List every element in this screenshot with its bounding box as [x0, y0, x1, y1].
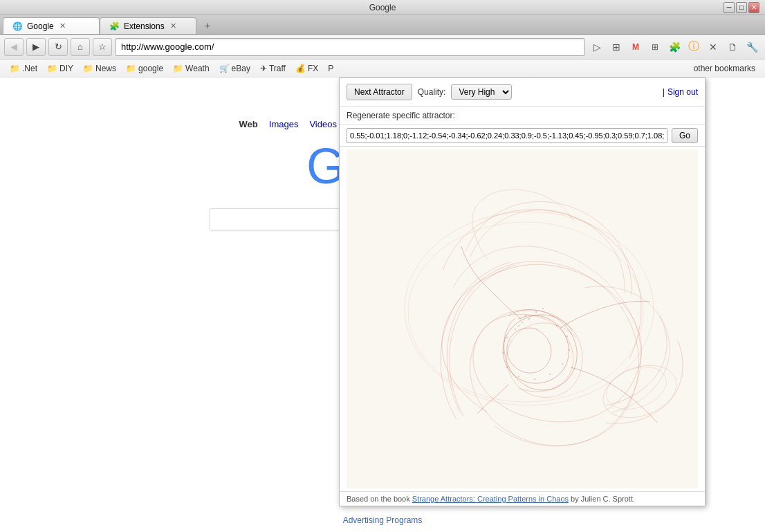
bookmark-ebay-icon: 🛒: [219, 64, 230, 73]
svg-point-10: [542, 308, 544, 309]
back-button[interactable]: ◀: [4, 38, 24, 56]
attractor-svg: [347, 149, 698, 488]
footer-text-after: by Julien C. Sprott.: [571, 495, 635, 503]
tab-extensions-close[interactable]: ✕: [169, 21, 178, 31]
attractor-input-row: Go: [340, 125, 705, 147]
close-button[interactable]: ✕: [748, 2, 759, 13]
bookmark-diy-icon: 📁: [47, 64, 57, 73]
bookmark-ebay-label: eBay: [232, 64, 250, 73]
separator: |: [663, 87, 665, 97]
svg-point-14: [562, 363, 563, 365]
quality-select[interactable]: Low Medium High Very High Ultra High: [451, 84, 512, 100]
svg-rect-0: [349, 149, 695, 488]
minimize-button[interactable]: ─: [723, 2, 735, 13]
toolbar-icons: ▷ ⊞ M ⊞ 🧩 ⓘ ✕ 🗋 🔧: [588, 38, 761, 56]
next-attractor-button[interactable]: Next Attractor: [347, 84, 412, 100]
svg-point-21: [518, 325, 519, 327]
popup-footer: Based on the book Strange Attractors: Cr…: [340, 491, 705, 506]
bookmark-p[interactable]: P: [324, 62, 338, 75]
svg-point-15: [549, 374, 551, 375]
bookmark-weath-label: Weath: [185, 64, 209, 73]
sign-out-area: | Sign out: [663, 87, 698, 97]
new-page-button[interactable]: 🗋: [723, 38, 741, 56]
bookmark-weath-icon: 📁: [173, 64, 183, 73]
nav-images[interactable]: Images: [269, 119, 299, 129]
bookmark-google-icon: 📁: [126, 64, 136, 73]
bookmark-ebay[interactable]: 🛒 eBay: [215, 62, 255, 75]
google-tab-icon: 🌐: [12, 21, 23, 32]
bookmark-news[interactable]: 📁 News: [79, 62, 120, 75]
svg-point-8: [535, 311, 537, 313]
toolbar: ◀ ▶ ↻ ⌂ ☆ ▷ ⊞ M ⊞ 🧩 ⓘ ✕ 🗋 🔧: [0, 35, 765, 59]
toolbar-ext1[interactable]: ⊞: [646, 38, 664, 56]
titlebar-title: Google: [369, 3, 396, 12]
svg-point-16: [534, 378, 535, 380]
home-button[interactable]: ⌂: [71, 38, 90, 56]
svg-point-7: [522, 322, 523, 323]
page-icon[interactable]: ⊞: [607, 38, 625, 56]
svg-point-20: [506, 337, 508, 338]
bookmark-other[interactable]: other bookmarks: [690, 62, 759, 75]
address-bar[interactable]: [115, 38, 585, 56]
attractor-canvas: [347, 149, 698, 488]
tab-google[interactable]: 🌐 Google ✕: [3, 17, 100, 34]
svg-point-17: [518, 376, 519, 377]
bookmark-news-label: News: [95, 64, 116, 73]
tabbar: 🌐 Google ✕ 🧩 Extensions ✕ +: [0, 15, 765, 35]
bookmark-google-label: google: [138, 64, 163, 73]
bookmark-other-label: other bookmarks: [694, 64, 755, 73]
titlebar: Google ─ □ ✕: [0, 0, 765, 15]
bookmark-star[interactable]: ☆: [93, 38, 112, 56]
bookmark-weath[interactable]: 📁 Weath: [169, 62, 213, 75]
toolbar-ext2[interactable]: 🧩: [665, 38, 683, 56]
quality-label: Quality:: [418, 87, 446, 97]
bookmark-fx[interactable]: 💰 FX: [291, 62, 322, 75]
bookmark-fx-label: FX: [308, 64, 318, 73]
nav-videos[interactable]: Videos: [309, 119, 337, 129]
footer-book-link[interactable]: Strange Attractors: Creating Patterns in…: [412, 495, 569, 503]
tab-google-close[interactable]: ✕: [58, 21, 68, 31]
gmail-icon[interactable]: M: [627, 38, 645, 56]
footer-text-before: Based on the book: [347, 495, 412, 503]
google-advertising: Advertising Programs: [0, 515, 765, 525]
svg-point-5: [525, 315, 526, 316]
extensions-tab-icon: 🧩: [109, 21, 120, 32]
forward-button[interactable]: ▶: [26, 38, 46, 56]
bookmark-news-icon: 📁: [83, 64, 93, 73]
bookmark-net[interactable]: 📁 .Net: [6, 62, 42, 75]
popup-header: Next Attractor Quality: Low Medium High …: [340, 78, 705, 107]
new-tab-button[interactable]: +: [199, 17, 216, 34]
extension-popup: Next Attractor Quality: Low Medium High …: [339, 77, 706, 506]
bookmark-p-label: P: [328, 64, 333, 73]
bookmark-net-label: .Net: [22, 64, 37, 73]
svg-point-6: [528, 318, 530, 320]
bookmark-net-icon: 📁: [10, 64, 20, 73]
bookmark-diy[interactable]: 📁 DIY: [43, 62, 77, 75]
bookmark-traff[interactable]: ✈ Traff: [256, 62, 290, 75]
wrench-button[interactable]: 🔧: [743, 38, 761, 56]
tab-google-label: Google: [27, 21, 54, 31]
reload-button[interactable]: ↻: [48, 38, 68, 56]
svg-point-19: [502, 352, 504, 354]
popup-regen-label: Regenerate specific attractor:: [340, 107, 705, 125]
tab-extensions-label: Extensions: [124, 21, 165, 31]
bookmarks-bar: 📁 .Net 📁 DIY 📁 News 📁 google 📁 Weath 🛒 e…: [0, 59, 765, 77]
bookmark-google[interactable]: 📁 google: [122, 62, 167, 75]
tab-extensions[interactable]: 🧩 Extensions ✕: [100, 17, 196, 34]
advertising-programs-link[interactable]: Advertising Programs: [343, 515, 423, 525]
bookmark-traff-label: Traff: [269, 64, 286, 73]
svg-point-9: [515, 329, 516, 330]
play-button[interactable]: ▷: [588, 38, 606, 56]
bookmark-traff-icon: ✈: [260, 64, 267, 73]
maximize-button[interactable]: □: [736, 2, 747, 13]
toolbar-ext3[interactable]: ⓘ: [685, 38, 703, 56]
page-content: Web Images Videos Maps News Shopping Gma…: [0, 77, 765, 532]
sign-out-link[interactable]: Sign out: [667, 87, 698, 97]
nav-web: Web: [239, 119, 258, 129]
toolbar-ext4[interactable]: ✕: [704, 38, 722, 56]
attractor-code-input[interactable]: [347, 128, 667, 143]
go-button[interactable]: Go: [672, 128, 698, 143]
bookmark-diy-label: DIY: [59, 64, 73, 73]
bookmark-fx-icon: 💰: [295, 64, 306, 73]
svg-point-13: [569, 349, 570, 351]
